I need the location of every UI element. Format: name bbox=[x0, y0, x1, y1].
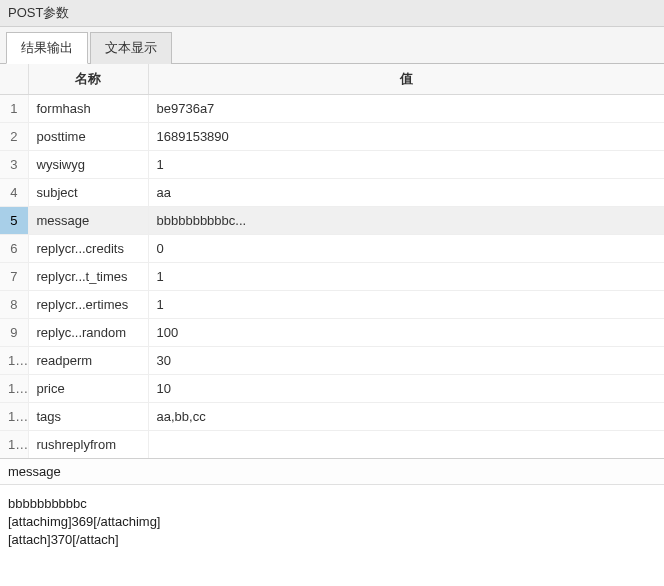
row-value: 10 bbox=[148, 375, 664, 403]
col-header-name: 名称 bbox=[28, 64, 148, 95]
table-row[interactable]: 6replycr...credits0 bbox=[0, 235, 664, 263]
tab-text[interactable]: 文本显示 bbox=[90, 32, 172, 64]
row-value: be9736a7 bbox=[148, 95, 664, 123]
table-row[interactable]: 13rushreplyfrom bbox=[0, 431, 664, 459]
row-index: 6 bbox=[0, 235, 28, 263]
row-value: 30 bbox=[148, 347, 664, 375]
params-table-scroll[interactable]: 名称 值 1formhashbe9736a72posttime168915389… bbox=[0, 64, 664, 459]
table-row[interactable]: 5messagebbbbbbbbbbc... bbox=[0, 207, 664, 235]
row-name: replycr...ertimes bbox=[28, 291, 148, 319]
row-value: aa bbox=[148, 179, 664, 207]
row-index: 9 bbox=[0, 319, 28, 347]
table-row[interactable]: 10readperm30 bbox=[0, 347, 664, 375]
table-row[interactable]: 3wysiwyg1 bbox=[0, 151, 664, 179]
row-name: message bbox=[28, 207, 148, 235]
row-index: 13 bbox=[0, 431, 28, 459]
row-index: 1 bbox=[0, 95, 28, 123]
row-name: replycr...t_times bbox=[28, 263, 148, 291]
row-index: 4 bbox=[0, 179, 28, 207]
row-name: price bbox=[28, 375, 148, 403]
col-header-index bbox=[0, 64, 28, 95]
tab-bar: 结果输出 文本显示 bbox=[0, 27, 664, 64]
row-index: 2 bbox=[0, 123, 28, 151]
table-row[interactable]: 2posttime1689153890 bbox=[0, 123, 664, 151]
row-index: 5 bbox=[0, 207, 28, 235]
detail-field-name: message bbox=[0, 459, 664, 485]
row-name: formhash bbox=[28, 95, 148, 123]
row-value: 1689153890 bbox=[148, 123, 664, 151]
row-name: readperm bbox=[28, 347, 148, 375]
row-value bbox=[148, 431, 664, 459]
table-row[interactable]: 4subjectaa bbox=[0, 179, 664, 207]
row-value: aa,bb,cc bbox=[148, 403, 664, 431]
row-name: tags bbox=[28, 403, 148, 431]
row-index: 11 bbox=[0, 375, 28, 403]
row-index: 10 bbox=[0, 347, 28, 375]
row-name: replyc...random bbox=[28, 319, 148, 347]
row-value: bbbbbbbbbbc... bbox=[148, 207, 664, 235]
row-value: 1 bbox=[148, 263, 664, 291]
table-row[interactable]: 9replyc...random100 bbox=[0, 319, 664, 347]
row-value: 0 bbox=[148, 235, 664, 263]
table-row[interactable]: 12tagsaa,bb,cc bbox=[0, 403, 664, 431]
row-name: subject bbox=[28, 179, 148, 207]
col-header-value: 值 bbox=[148, 64, 664, 95]
row-index: 7 bbox=[0, 263, 28, 291]
row-index: 8 bbox=[0, 291, 28, 319]
panel-title: POST参数 bbox=[0, 0, 664, 27]
row-value: 1 bbox=[148, 151, 664, 179]
row-value: 1 bbox=[148, 291, 664, 319]
row-index: 3 bbox=[0, 151, 28, 179]
table-row[interactable]: 1formhashbe9736a7 bbox=[0, 95, 664, 123]
row-value: 100 bbox=[148, 319, 664, 347]
row-name: rushreplyfrom bbox=[28, 431, 148, 459]
tab-results[interactable]: 结果输出 bbox=[6, 32, 88, 64]
detail-field-value: bbbbbbbbbbc [attachimg]369[/attachimg] [… bbox=[0, 485, 664, 560]
table-row[interactable]: 7replycr...t_times1 bbox=[0, 263, 664, 291]
table-row[interactable]: 8replycr...ertimes1 bbox=[0, 291, 664, 319]
params-table: 名称 值 1formhashbe9736a72posttime168915389… bbox=[0, 64, 664, 459]
table-row[interactable]: 11price10 bbox=[0, 375, 664, 403]
row-name: replycr...credits bbox=[28, 235, 148, 263]
row-index: 12 bbox=[0, 403, 28, 431]
row-name: posttime bbox=[28, 123, 148, 151]
row-name: wysiwyg bbox=[28, 151, 148, 179]
